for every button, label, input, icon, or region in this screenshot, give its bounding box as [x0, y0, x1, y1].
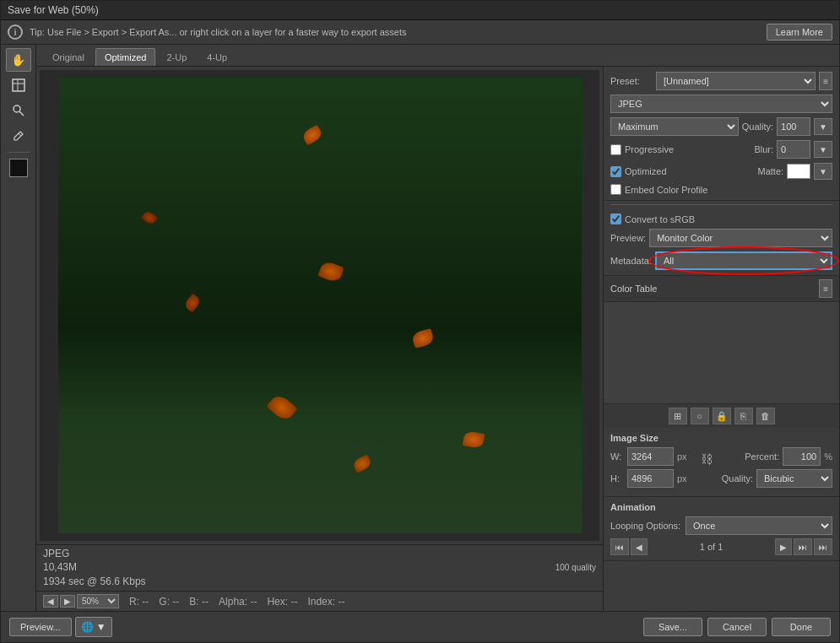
animation-title: Animation: [610, 502, 832, 512]
width-unit: px: [677, 451, 694, 462]
looping-label: Looping Options:: [610, 521, 682, 531]
cancel-button[interactable]: Cancel: [707, 618, 767, 636]
anim-first-button[interactable]: ⏮: [610, 538, 629, 555]
width-input[interactable]: [627, 447, 674, 466]
height-unit: px: [677, 473, 694, 484]
preview-and-panel: JPEG 10,43M 1934 sec @ 56.6 Kbps 100 qua…: [36, 67, 839, 611]
metadata-select[interactable]: All: [655, 251, 832, 270]
lock-proportions-icon[interactable]: ⛓: [701, 452, 713, 466]
embed-color-label: Embed Color Profile: [625, 185, 707, 195]
alpha-label: Alpha: --: [219, 596, 257, 608]
height-input[interactable]: [627, 469, 674, 488]
color-table-menu-button[interactable]: ≡: [819, 279, 832, 298]
ct-lock-button[interactable]: 🔒: [713, 408, 731, 424]
height-row: H: px: [610, 469, 694, 488]
toolbar: ✋: [1, 45, 36, 611]
blur-input[interactable]: [777, 140, 810, 159]
progressive-checkbox[interactable]: [610, 144, 621, 155]
zoom-controls: ◀ ▶ 50% 25% 100%: [43, 594, 119, 608]
blur-menu-button[interactable]: ▼: [814, 141, 832, 158]
embed-color-row: Embed Color Profile: [610, 184, 832, 195]
foreground-color-swatch[interactable]: [9, 159, 28, 177]
compression-select[interactable]: Maximum: [610, 117, 739, 136]
svg-point-3: [14, 105, 20, 112]
looping-row: Looping Options: Once: [610, 516, 832, 535]
anim-last-button[interactable]: ⏭: [814, 538, 832, 555]
looping-select[interactable]: Once: [686, 516, 832, 535]
metadata-row: Metadata: All: [610, 251, 832, 270]
ct-circle-button[interactable]: ○: [691, 408, 709, 424]
embed-color-checkbox[interactable]: [610, 184, 621, 195]
percent-label: Percent:: [745, 451, 779, 462]
percent-sign: %: [824, 451, 832, 462]
tab-4up[interactable]: 4-Up: [198, 48, 236, 66]
preset-section: Preset: [Unnamed] ≡ JPEG: [604, 67, 839, 201]
quality-method-row: Quality: Bicubic: [722, 469, 832, 488]
hand-tool[interactable]: ✋: [6, 48, 31, 72]
preview-select[interactable]: Monitor Color: [649, 229, 832, 247]
image-quality-label: 100 quality: [555, 563, 596, 572]
matte-menu-button[interactable]: ▼: [814, 163, 832, 180]
quality-menu-button[interactable]: ▼: [814, 118, 832, 135]
percent-row: Percent: %: [722, 447, 832, 466]
ct-copy-button[interactable]: ⎘: [734, 408, 753, 424]
right-panel: Preset: [Unnamed] ≡ JPEG: [603, 67, 839, 611]
preview-button[interactable]: Preview...: [9, 618, 72, 636]
preview-row: Preview: Monitor Color: [610, 229, 832, 247]
color-table-toolbar: ⊞ ○ 🔒 ⎘ 🗑: [604, 403, 839, 428]
tab-original[interactable]: Original: [43, 48, 94, 66]
height-label: H:: [610, 473, 624, 484]
compression-row: Maximum Quality: ▼: [610, 117, 832, 136]
quality-method-select[interactable]: Bicubic: [756, 469, 832, 488]
b-label: B: --: [189, 596, 209, 608]
matte-color-swatch[interactable]: [787, 164, 810, 179]
quality-input[interactable]: [777, 117, 810, 136]
slice-tool[interactable]: [6, 73, 31, 97]
format-select[interactable]: JPEG: [610, 95, 832, 113]
matte-label: Matte:: [758, 166, 784, 176]
tab-2up[interactable]: 2-Up: [157, 48, 196, 66]
color-table-section: Color Table ≡ ⊞ ○ 🔒 ⎘ 🗑: [604, 276, 839, 428]
image-size-title: Image Size: [610, 433, 832, 443]
status-bar: ◀ ▶ 50% 25% 100% R: -- G: -- B: --: [36, 591, 603, 611]
save-button[interactable]: Save...: [643, 618, 702, 636]
divider-1: [610, 204, 832, 205]
image-info-left: JPEG 10,43M 1934 sec @ 56.6 Kbps: [43, 547, 146, 589]
zoom-tool[interactable]: [6, 99, 31, 122]
learn-more-button[interactable]: Learn More: [767, 24, 832, 41]
browser-icon: 🌐: [81, 621, 94, 633]
done-button[interactable]: Done: [772, 618, 831, 636]
anim-play-button[interactable]: ▶: [775, 538, 792, 555]
width-label: W:: [610, 451, 624, 462]
progressive-row: Progressive Blur: ▼: [610, 140, 832, 159]
eyedropper-tool[interactable]: [6, 124, 31, 148]
anim-prev-button[interactable]: ◀: [631, 538, 648, 555]
convert-srgb-row: Convert to sRGB: [610, 213, 832, 224]
ct-grid-button[interactable]: ⊞: [669, 408, 687, 424]
save-for-web-dialog: Save for Web (50%) i Tip: Use File > Exp…: [0, 0, 840, 643]
preset-menu-button[interactable]: ≡: [819, 72, 832, 90]
color-table-area: [604, 302, 839, 403]
image-container: [40, 70, 599, 541]
preset-select[interactable]: [Unnamed]: [656, 72, 816, 90]
zoom-select[interactable]: 50% 25% 100%: [77, 594, 119, 608]
zoom-out-button[interactable]: ◀: [43, 595, 58, 608]
format-row: JPEG: [610, 95, 832, 113]
convert-srgb-checkbox[interactable]: [610, 213, 621, 224]
zoom-in-button[interactable]: ▶: [60, 595, 75, 608]
info-bar: i Tip: Use File > Export > Export As... …: [1, 20, 839, 45]
browser-button[interactable]: 🌐 ▼: [75, 617, 112, 637]
main-area: ✋: [1, 45, 839, 611]
title-bar: Save for Web (50%): [1, 1, 839, 20]
g-label: G: --: [159, 596, 179, 608]
optimized-checkbox[interactable]: [610, 166, 621, 177]
tab-optimized[interactable]: Optimized: [95, 48, 156, 66]
info-icon: i: [8, 24, 23, 40]
image-info-bar: JPEG 10,43M 1934 sec @ 56.6 Kbps 100 qua…: [36, 544, 603, 591]
toolbar-divider: [8, 152, 30, 153]
anim-next-button[interactable]: ⏭: [794, 538, 812, 555]
percent-input[interactable]: [783, 447, 821, 466]
animation-section: Animation Looping Options: Once ⏮ ◀ 1 of…: [604, 497, 839, 561]
color-table-header: Color Table ≡: [604, 276, 839, 302]
ct-delete-button[interactable]: 🗑: [756, 408, 775, 424]
